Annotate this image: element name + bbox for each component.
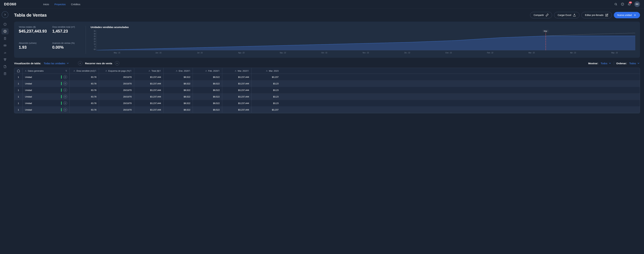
table-row[interactable]: 1UnidadD63.7820/10/70$3,237,444$9,522$9,… bbox=[14, 80, 640, 87]
stat-area: Área vendible total (m²)1,457.23 bbox=[52, 26, 81, 38]
row-scheme: 20/10/70 bbox=[99, 74, 134, 80]
sidebar: $ $ bbox=[0, 8, 10, 116]
table-row[interactable]: 1UnidadD63.7820/10/70$3,237,444$9,522$9,… bbox=[14, 94, 640, 100]
search-icon[interactable] bbox=[614, 2, 618, 6]
unit-status-icon: D bbox=[64, 82, 67, 86]
table-row[interactable]: 1UnidadD63.7820/10/70$3,237,444$9,522$9,… bbox=[14, 87, 640, 94]
svg-line-1 bbox=[616, 5, 617, 5]
page-title: Tabla de Ventas bbox=[14, 12, 47, 18]
nav-proyectos[interactable]: Proyectos bbox=[54, 3, 66, 6]
main-content: Tabla de Ventas Compartir Cargar Excel E… bbox=[10, 8, 644, 116]
row-scheme: 20/10/70 bbox=[99, 106, 134, 113]
col-datos[interactable]: ADatos generales⇅ bbox=[23, 68, 70, 74]
unit-status-icon: D bbox=[64, 88, 67, 92]
svg-point-0 bbox=[615, 3, 617, 5]
table-header: ADatos generales⇅ AÁrea vendible (m2)⇅ A… bbox=[14, 68, 640, 74]
svg-rect-12 bbox=[4, 45, 6, 46]
accumulated-units-chart: 353025201510500 Hoy May - 21Jun - 22Jul … bbox=[90, 30, 635, 54]
row-m3: $3,237,444 bbox=[222, 94, 252, 100]
sidebar-item-notes[interactable] bbox=[2, 71, 8, 77]
viz-dropdown[interactable]: Todas las unidades bbox=[44, 62, 69, 65]
month-prev-button[interactable]: ‹ bbox=[78, 61, 82, 66]
svg-text:$: $ bbox=[4, 30, 5, 32]
sidebar-item-sales[interactable]: $ bbox=[2, 28, 8, 34]
chart-title: Unidades vendidas acumuladas bbox=[90, 26, 635, 28]
month-pager-label: Recorrer mes de venta bbox=[85, 62, 112, 65]
table-row[interactable]: 1UnidadD63.7820/10/70$3,237,444$9,522$9,… bbox=[14, 106, 640, 113]
stat-absorcion: Absorción (u/mes)1.93 bbox=[19, 42, 48, 54]
status-bar bbox=[61, 75, 62, 79]
row-m4: $3,23 bbox=[252, 100, 281, 106]
col-total[interactable]: ATotal ($)⇅ bbox=[134, 68, 164, 74]
row-m2: $9,522 bbox=[193, 80, 222, 87]
sidebar-expand-button[interactable] bbox=[2, 11, 8, 18]
row-unit: UnidadD bbox=[23, 100, 70, 106]
table-row[interactable]: 1UnidadD63.7820/10/70$3,237,444$9,522$9,… bbox=[14, 74, 640, 80]
row-area: 63.78 bbox=[70, 87, 99, 93]
table-row[interactable]: 1UnidadD63.7820/10/70$3,237,444$9,522$9,… bbox=[14, 100, 640, 106]
avatar[interactable]: GC bbox=[634, 1, 640, 7]
row-index: 1 bbox=[14, 87, 23, 93]
share-button[interactable]: Compartir bbox=[530, 12, 552, 18]
col-m3[interactable]: AMar. 2023⇅ bbox=[222, 68, 252, 74]
sidebar-item-org[interactable] bbox=[2, 56, 8, 62]
row-index: 1 bbox=[14, 94, 23, 100]
topbar: DD360 Inicio Proyectos Créditos 20 GC bbox=[0, 0, 644, 8]
sidebar-item-info[interactable] bbox=[2, 21, 8, 27]
row-scheme: 20/10/70 bbox=[99, 80, 134, 87]
sidebar-item-invoices[interactable]: $ bbox=[2, 36, 8, 42]
bell-icon[interactable]: 20 bbox=[628, 2, 631, 6]
svg-rect-18 bbox=[5, 58, 6, 60]
row-m1: $9,522 bbox=[164, 106, 193, 113]
col-m2[interactable]: AFeb. 2020⇅ bbox=[193, 68, 222, 74]
main-nav: Inicio Proyectos Créditos bbox=[43, 3, 80, 6]
row-total: $3,237,444 bbox=[134, 100, 164, 106]
row-scheme: 20/10/70 bbox=[99, 100, 134, 106]
row-index: 1 bbox=[14, 74, 23, 80]
edit-prefill-button[interactable]: Editar pre-llenado bbox=[582, 12, 612, 18]
row-m2: $9,522 bbox=[193, 74, 222, 80]
row-unit: UnidadD bbox=[23, 74, 70, 80]
sidebar-item-reports[interactable] bbox=[2, 50, 8, 56]
row-m4: $3,23 bbox=[252, 87, 281, 93]
row-total: $3,237,444 bbox=[134, 80, 164, 87]
row-m3: $3,237,444 bbox=[222, 74, 252, 80]
svg-rect-19 bbox=[5, 60, 6, 61]
upload-excel-button[interactable]: Cargar Excel bbox=[554, 12, 580, 18]
row-m4: $3,237 bbox=[252, 74, 281, 80]
row-unit: UnidadD bbox=[23, 87, 70, 93]
col-home-icon[interactable] bbox=[14, 68, 23, 74]
status-bar bbox=[61, 102, 62, 105]
row-index: 1 bbox=[14, 100, 23, 106]
row-m3: $3,237,444 bbox=[222, 100, 252, 106]
row-m3: $3,237,444 bbox=[222, 87, 252, 93]
month-next-button[interactable]: › bbox=[115, 61, 119, 66]
row-m1: $9,522 bbox=[164, 94, 193, 100]
sort-dropdown[interactable]: Todos bbox=[629, 62, 640, 65]
viz-label: Visualización de tabla: bbox=[14, 62, 41, 65]
row-m4: $3,237 bbox=[252, 106, 281, 113]
sidebar-item-cash[interactable] bbox=[2, 42, 8, 48]
col-m4[interactable]: AMar. 2023 bbox=[252, 68, 281, 74]
svg-point-7 bbox=[5, 24, 5, 24]
today-marker-line bbox=[546, 32, 546, 50]
col-m1[interactable]: AEne. 2020⇅ bbox=[164, 68, 193, 74]
row-m2: $9,522 bbox=[193, 94, 222, 100]
unit-status-icon: D bbox=[64, 101, 67, 105]
nav-creditos[interactable]: Créditos bbox=[71, 3, 80, 6]
show-dropdown[interactable]: Todos bbox=[601, 62, 612, 65]
row-area: 63.78 bbox=[70, 100, 99, 106]
status-bar bbox=[61, 108, 62, 112]
row-area: 63.78 bbox=[70, 106, 99, 113]
status-bar bbox=[61, 88, 62, 92]
col-area[interactable]: AÁrea vendible (m2)⇅ bbox=[70, 68, 99, 74]
col-esquema[interactable]: AEsquema de pago (%)⇅ bbox=[99, 68, 134, 74]
row-area: 63.78 bbox=[70, 94, 99, 100]
brand-logo: DD360 bbox=[4, 2, 16, 6]
row-total: $3,237,444 bbox=[134, 106, 164, 113]
new-unit-button[interactable]: Nueva unidad bbox=[614, 12, 640, 18]
nav-inicio[interactable]: Inicio bbox=[43, 3, 49, 6]
sort-label: Ordenar: bbox=[616, 62, 627, 65]
sidebar-item-docs[interactable] bbox=[2, 64, 8, 70]
alert-icon[interactable] bbox=[621, 2, 624, 6]
